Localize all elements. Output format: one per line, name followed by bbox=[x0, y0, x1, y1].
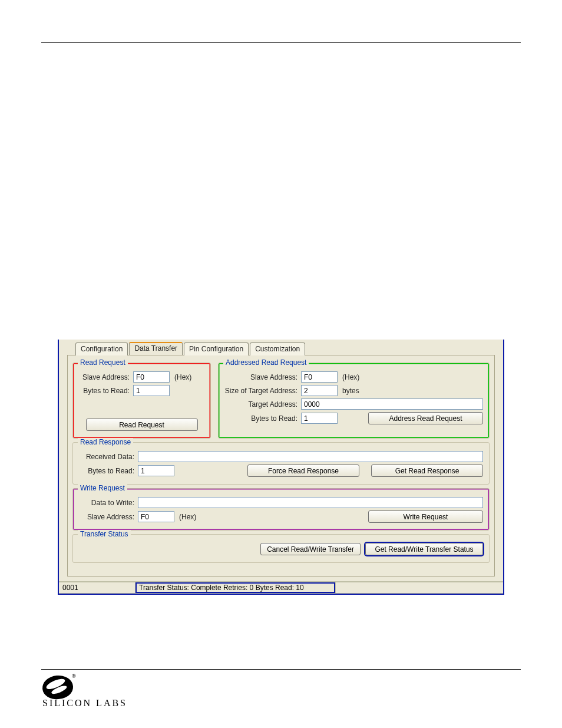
label-arr-bytes: Bytes to Read: bbox=[224, 414, 301, 423]
label-data-to-write: Data to Write: bbox=[79, 499, 138, 507]
tab-pin-configuration[interactable]: Pin Configuration bbox=[184, 342, 249, 355]
unit-hex: (Hex) bbox=[174, 373, 191, 381]
input-arr-target[interactable] bbox=[301, 398, 483, 410]
label-bytes-to-read: Bytes to Read: bbox=[79, 387, 133, 395]
label-received-data: Received Data: bbox=[79, 453, 138, 461]
group-read-request: Read Request Slave Address: (Hex) Bytes … bbox=[72, 363, 211, 439]
group-write-request: Write Request Data to Write: Slave Addre… bbox=[72, 488, 490, 531]
unit-wr-hex: (Hex) bbox=[179, 513, 196, 521]
label-arr-slave: Slave Address: bbox=[224, 373, 301, 381]
group-title-read-request: Read Request bbox=[78, 358, 128, 367]
button-cancel-transfer[interactable]: Cancel Read/Write Transfer bbox=[260, 543, 361, 555]
label-wr-slave: Slave Address: bbox=[79, 513, 138, 521]
group-read-response: Read Response Received Data: Bytes to Re… bbox=[72, 442, 490, 485]
group-title-write-request: Write Request bbox=[78, 484, 127, 492]
group-addressed-read-request: Addressed Read Request Slave Address: (H… bbox=[218, 363, 490, 439]
logo-swirl-icon bbox=[41, 674, 74, 700]
input-data-to-write[interactable] bbox=[138, 497, 483, 508]
tab-data-transfer[interactable]: Data Transfer bbox=[129, 342, 183, 355]
input-wr-slave[interactable] bbox=[138, 511, 174, 522]
application-window: Configuration Data Transfer Pin Configur… bbox=[58, 340, 504, 595]
button-read-request[interactable]: Read Request bbox=[86, 419, 198, 431]
input-arr-slave[interactable] bbox=[301, 371, 338, 383]
status-bar: 0001 Transfer Status: Complete Retries: … bbox=[59, 581, 503, 594]
input-slave-address[interactable] bbox=[133, 371, 170, 383]
input-rr-bytes[interactable] bbox=[138, 465, 174, 476]
input-bytes-to-read[interactable] bbox=[133, 385, 170, 396]
label-slave-address: Slave Address: bbox=[79, 373, 133, 381]
group-title-transfer-status: Transfer Status bbox=[78, 530, 131, 538]
bottom-rule bbox=[41, 669, 521, 670]
button-write-request[interactable]: Write Request bbox=[368, 510, 483, 523]
group-title-read-response: Read Response bbox=[78, 438, 133, 446]
button-get-read-response[interactable]: Get Read Response bbox=[371, 465, 483, 477]
top-rule bbox=[41, 42, 521, 43]
label-arr-target: Target Address: bbox=[224, 400, 301, 409]
status-segment-left: 0001 bbox=[59, 582, 135, 594]
status-segment-right bbox=[336, 582, 503, 594]
button-address-read-request[interactable]: Address Read Request bbox=[368, 412, 483, 424]
input-received-data[interactable] bbox=[138, 451, 483, 462]
unit-arr-hex: (Hex) bbox=[342, 373, 359, 381]
tab-customization[interactable]: Customization bbox=[250, 342, 305, 355]
group-transfer-status: Transfer Status Cancel Read/Write Transf… bbox=[72, 534, 490, 563]
tab-bar: Configuration Data Transfer Pin Configur… bbox=[59, 340, 503, 355]
button-get-transfer-status[interactable]: Get Read/Write Transfer Status bbox=[365, 543, 483, 555]
logo-text: SILICON LABS bbox=[42, 698, 127, 709]
label-rr-bytes: Bytes to Read: bbox=[79, 467, 138, 475]
tab-panel: Read Request Slave Address: (Hex) Bytes … bbox=[67, 355, 495, 577]
button-force-read-response[interactable]: Force Read Response bbox=[247, 465, 359, 477]
input-arr-size[interactable] bbox=[301, 385, 338, 396]
silicon-labs-logo: ® SILICON LABS bbox=[42, 676, 131, 710]
logo-registered-mark: ® bbox=[72, 673, 76, 679]
unit-arr-bytes: bytes bbox=[342, 387, 359, 395]
label-arr-size: Size of Target Address: bbox=[224, 387, 301, 395]
tab-configuration[interactable]: Configuration bbox=[75, 342, 128, 355]
input-arr-bytes[interactable] bbox=[301, 413, 338, 424]
status-segment-center: Transfer Status: Complete Retries: 0 Byt… bbox=[135, 582, 336, 594]
group-title-addressed-read-request: Addressed Read Request bbox=[223, 358, 309, 367]
